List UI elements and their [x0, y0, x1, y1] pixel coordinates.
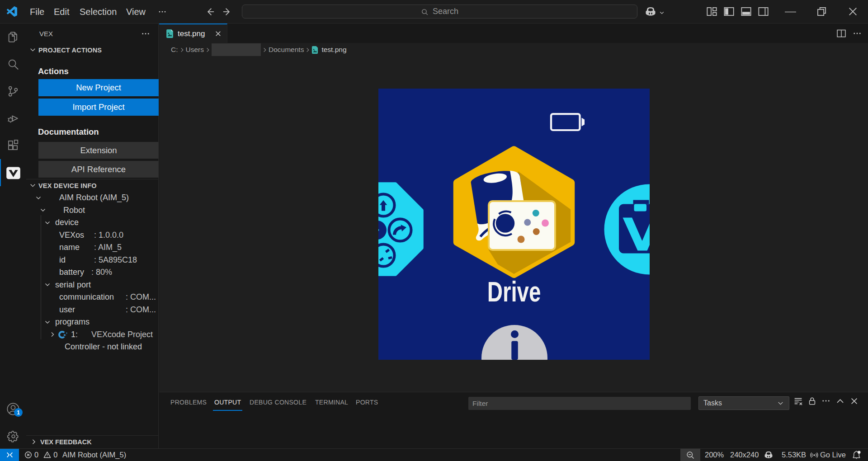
- breadcrumb-drive[interactable]: C:: [171, 46, 178, 54]
- menu-more[interactable]: [158, 0, 167, 24]
- tree-item-vexos[interactable]: VEXos : 1.0.0.0: [26, 229, 158, 242]
- panel-tab-debug-console[interactable]: DEBUG CONSOLE: [248, 394, 308, 411]
- window-minimize-button[interactable]: [785, 11, 797, 23]
- activitybar-extensions-icon[interactable]: [0, 132, 26, 159]
- cpp-file-icon: [58, 331, 67, 339]
- tree-item-name[interactable]: name : AIM_5: [26, 241, 158, 254]
- tree-item-label: device: [55, 218, 79, 227]
- problems-status[interactable]: 0 0: [24, 449, 57, 461]
- editor-more-actions-icon[interactable]: [853, 29, 862, 38]
- activitybar-run-debug-icon[interactable]: [0, 105, 26, 132]
- tree-item-controller[interactable]: Controller - not linked: [26, 341, 158, 353]
- tree-item-communication[interactable]: communication : COM...: [26, 291, 158, 304]
- tab-bar-actions: [836, 24, 868, 43]
- api-reference-button[interactable]: API Reference: [38, 161, 159, 178]
- drive-label: Drive: [487, 275, 541, 308]
- nav-back-icon[interactable]: [204, 6, 216, 18]
- copilot-icon[interactable]: [644, 6, 665, 18]
- maximize-panel-icon[interactable]: [835, 396, 845, 406]
- breadcrumb-users[interactable]: Users: [186, 46, 204, 54]
- tree-item-label: VEXos: [59, 230, 94, 240]
- activitybar-vex-icon[interactable]: [0, 159, 26, 186]
- window-restore-button[interactable]: [816, 6, 828, 18]
- notifications-bell-icon[interactable]: [852, 449, 861, 461]
- import-project-button[interactable]: Import Project: [38, 99, 159, 116]
- actions-label: Actions: [38, 66, 69, 76]
- output-filter-input[interactable]: Filter: [468, 397, 691, 410]
- chevron-right-icon: [179, 47, 185, 53]
- image-zoom-level[interactable]: 200%: [705, 449, 724, 461]
- tree-item-label: programs: [55, 317, 90, 327]
- chevron-right-icon: [261, 47, 268, 53]
- extension-docs-button[interactable]: Extension: [38, 142, 159, 159]
- tree-item-label: battery: [59, 268, 91, 277]
- tab-bar: test.png: [159, 24, 868, 43]
- breadcrumb-documents[interactable]: Documents: [269, 46, 304, 54]
- menu-selection[interactable]: Selection: [80, 0, 117, 24]
- panel-tab-output[interactable]: OUTPUT: [213, 394, 242, 411]
- customize-layout-icon[interactable]: [706, 6, 718, 18]
- remote-indicator[interactable]: [0, 449, 19, 461]
- menu-edit[interactable]: Edit: [54, 0, 69, 24]
- new-project-button[interactable]: New Project: [38, 79, 159, 96]
- lock-auto-scroll-icon[interactable]: [807, 396, 817, 406]
- split-editor-icon[interactable]: [836, 28, 846, 38]
- activitybar-source-control-icon[interactable]: [0, 78, 26, 105]
- zoom-level-label: 200%: [705, 451, 724, 459]
- chevron-down-icon: [777, 400, 784, 407]
- tree-item-user[interactable]: user : COM...: [26, 304, 158, 316]
- image-zoom-out-button[interactable]: [680, 449, 700, 461]
- search-command-center[interactable]: Search: [242, 5, 637, 19]
- tree-item-device[interactable]: device: [26, 216, 158, 229]
- panel-more-actions-icon[interactable]: [821, 396, 831, 406]
- menu-file[interactable]: File: [30, 0, 44, 24]
- toggle-secondary-sidebar-icon[interactable]: [758, 6, 769, 18]
- chevron-right-icon: [30, 438, 38, 446]
- toggle-primary-sidebar-icon[interactable]: [723, 6, 735, 18]
- device-status[interactable]: AIM Robot (AIM_5): [62, 449, 126, 461]
- menu-view[interactable]: View: [126, 0, 146, 24]
- chevron-right-icon: [304, 47, 311, 53]
- go-live-button[interactable]: Go Live: [810, 449, 846, 461]
- panel-tab-problems[interactable]: PROBLEMS: [169, 394, 208, 411]
- panel-tab-terminal[interactable]: TERMINAL: [314, 394, 349, 411]
- section-project-actions[interactable]: PROJECT ACTIONS: [26, 43, 158, 56]
- sidebar-more-actions-icon[interactable]: [141, 29, 150, 38]
- tree-item-robot[interactable]: Robot: [26, 204, 158, 217]
- toggle-panel-icon[interactable]: [741, 6, 752, 18]
- breadcrumb-username-redacted[interactable]: [212, 43, 261, 56]
- section-device-info[interactable]: VEX DEVICE INFO: [26, 179, 158, 192]
- panel-tab-ports[interactable]: PORTS: [354, 394, 379, 411]
- activity-bar: 1: [0, 24, 26, 448]
- tree-item-battery[interactable]: battery : 80%: [26, 266, 158, 279]
- tree-item-aim-robot[interactable]: AIM Robot (AIM_5): [26, 192, 158, 204]
- activitybar-search-icon[interactable]: [0, 51, 26, 78]
- vex-webview: Actions New Project Import Project Docum…: [26, 56, 158, 179]
- chevron-down-icon: [29, 46, 37, 54]
- panel-actions: [793, 396, 859, 406]
- image-file-icon: [311, 46, 318, 54]
- sidebar-vex: VEX PROJECT ACTIONS Actions New Project …: [26, 24, 159, 448]
- clear-output-icon[interactable]: [793, 396, 803, 406]
- tree-item-id[interactable]: id : 5A895C18: [26, 254, 158, 267]
- remote-icon: [6, 451, 14, 459]
- nav-forward-icon[interactable]: [221, 6, 233, 18]
- breadcrumb-file[interactable]: test.png: [321, 46, 346, 54]
- window-close-button[interactable]: [847, 6, 859, 18]
- image-preview-editor[interactable]: Drive: [159, 56, 868, 392]
- activitybar-explorer-icon[interactable]: [0, 24, 26, 51]
- activitybar-settings-icon[interactable]: [0, 423, 26, 450]
- tree-item-program-1[interactable]: 1: VEXcode Project: [26, 329, 158, 341]
- close-panel-icon[interactable]: [849, 396, 859, 406]
- tab-test-png[interactable]: test.png: [159, 24, 227, 43]
- tree-item-serial-port[interactable]: serial port: [26, 279, 158, 292]
- section-vex-feedback[interactable]: VEX FEEDBACK: [26, 435, 158, 448]
- tab-label: test.png: [178, 29, 205, 38]
- section-project-actions-label: PROJECT ACTIONS: [38, 47, 102, 54]
- go-live-label: Go Live: [820, 451, 846, 459]
- copilot-status-icon[interactable]: [763, 449, 774, 461]
- activitybar-accounts-icon[interactable]: 1: [0, 395, 26, 423]
- tab-close-icon[interactable]: [213, 29, 222, 38]
- output-channel-select[interactable]: Tasks: [698, 396, 789, 410]
- tree-item-programs[interactable]: programs: [26, 316, 158, 329]
